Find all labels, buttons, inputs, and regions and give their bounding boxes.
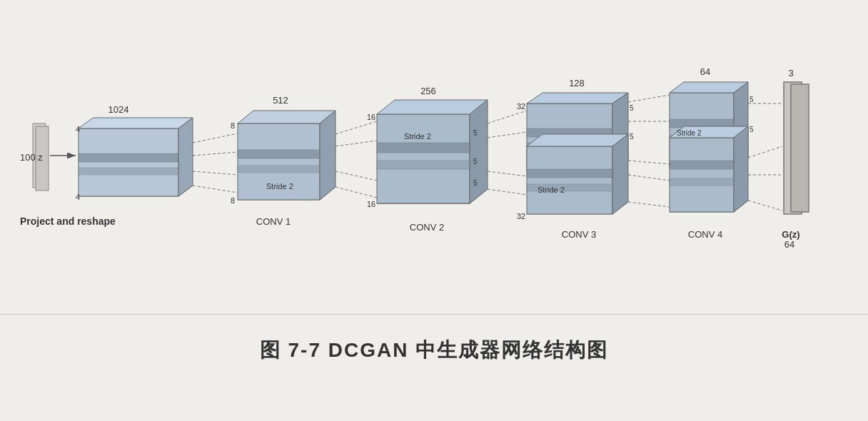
- caption-text: 图 7-7 DCGAN 中生成器网络结构图: [260, 337, 608, 364]
- svg-marker-46: [612, 134, 628, 214]
- stride2-1: Stride 2: [266, 182, 293, 191]
- svg-rect-31: [377, 161, 470, 169]
- svg-marker-28: [377, 100, 488, 114]
- svg-rect-61: [670, 138, 734, 212]
- dim-4b: 4: [76, 193, 80, 201]
- dim-5b: 5: [473, 158, 478, 166]
- dim-32b: 32: [517, 212, 525, 220]
- dim-5f: 5: [750, 96, 754, 103]
- dim-16a: 16: [367, 113, 375, 121]
- svg-rect-64: [670, 161, 734, 169]
- svg-marker-17: [238, 111, 335, 123]
- dim-8b: 8: [231, 196, 235, 205]
- svg-rect-47: [527, 169, 612, 178]
- conv2-label: CONV 2: [410, 222, 444, 233]
- svg-rect-30: [377, 143, 470, 153]
- svg-rect-27: [377, 114, 470, 203]
- main-container: 100 z 1024 4 4: [0, 0, 868, 421]
- conv3-label: CONV 3: [562, 229, 596, 240]
- dim-5c: 5: [473, 179, 478, 187]
- svg-marker-39: [527, 93, 628, 103]
- conv1-label: CONV 1: [256, 216, 291, 227]
- dim-5d: 5: [630, 104, 634, 112]
- svg-rect-9: [79, 153, 178, 162]
- dim-5g: 5: [750, 126, 754, 133]
- svg-rect-44: [527, 146, 612, 214]
- diagram-area: 100 z 1024 4 4: [0, 0, 868, 307]
- svg-marker-18: [320, 111, 335, 200]
- svg-marker-29: [470, 100, 488, 203]
- svg-rect-10: [79, 168, 178, 175]
- caption-area: 图 7-7 DCGAN 中生成器网络结构图: [0, 314, 868, 385]
- dim-8a: 8: [231, 121, 235, 130]
- svg-rect-6: [79, 128, 178, 196]
- svg-rect-19: [238, 150, 320, 158]
- dim-4a: 4: [76, 125, 80, 133]
- svg-rect-67: [791, 84, 809, 212]
- stride2-2-text: Stride 2: [404, 132, 431, 141]
- dim-5e: 5: [630, 133, 634, 141]
- svg-rect-65: [670, 178, 734, 186]
- stride2-4: Stride 2: [677, 129, 702, 137]
- gz-label: G(z): [782, 229, 799, 240]
- dim-128: 128: [569, 78, 585, 88]
- dim-1024: 1024: [108, 104, 129, 115]
- svg-marker-7: [79, 118, 193, 128]
- svg-marker-63: [734, 126, 748, 212]
- project-reshape-label: Project and reshape: [20, 215, 116, 227]
- dim-64: 64: [700, 66, 710, 77]
- svg-marker-8: [178, 118, 193, 196]
- dim-3: 3: [788, 68, 793, 78]
- diagram-svg: 100 z 1024 4 4: [13, 11, 855, 310]
- dim-32a: 32: [517, 102, 525, 111]
- stride2-3: Stride 2: [538, 186, 565, 194]
- dim-512: 512: [273, 95, 288, 106]
- svg-marker-45: [527, 134, 628, 146]
- dim-5a: 5: [473, 129, 478, 137]
- input-label: 100 z: [20, 152, 43, 163]
- dim-16b: 16: [367, 200, 375, 208]
- conv4-label: CONV 4: [688, 229, 722, 240]
- dim-64-bottom: 64: [784, 239, 794, 250]
- dim-256: 256: [420, 86, 436, 96]
- svg-rect-20: [238, 166, 320, 173]
